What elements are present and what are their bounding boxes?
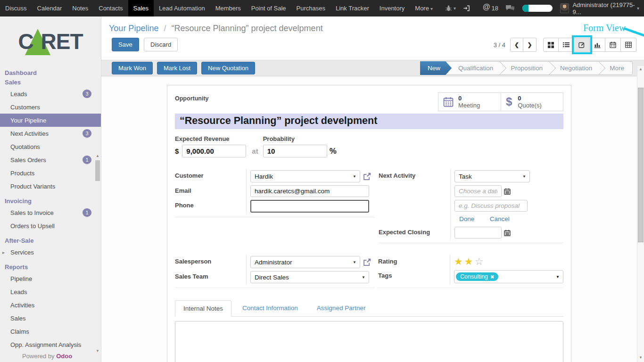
sidebar-heading-dashboard[interactable]: Dashboard	[0, 68, 101, 78]
sidebar-item-services[interactable]: ▸Services	[0, 246, 101, 259]
stage-new[interactable]: New	[420, 61, 452, 75]
sidebar-scrollbar[interactable]: ▲ ▼	[95, 153, 100, 354]
calendar-icon[interactable]	[504, 230, 511, 236]
rating-stars[interactable]: ★ ★ ☆	[454, 256, 485, 267]
stage-proposition[interactable]: Proposition	[501, 62, 551, 74]
breadcrumb-your-pipeline[interactable]: Your Pipeline	[109, 24, 158, 33]
mentions-counter[interactable]: @ 18	[477, 3, 498, 14]
tags-select[interactable]: Consulting ✖ ▼	[454, 270, 563, 283]
nav-calendar[interactable]: Calendar	[32, 0, 67, 16]
nav-lead-automation[interactable]: Lead Automation	[154, 0, 210, 16]
activity-done-link[interactable]: Done	[459, 215, 474, 222]
stage-qualification[interactable]: Qualification	[449, 62, 501, 74]
next-activity-select[interactable]: Task ▼	[454, 170, 530, 182]
activity-summary-input[interactable]	[454, 200, 528, 212]
nav-contacts[interactable]: Contacts	[93, 0, 128, 16]
sidebar-item-customers[interactable]: Customers	[0, 100, 101, 114]
tab-assigned-partner[interactable]: Assigned Partner	[309, 300, 374, 316]
nav-members[interactable]: Members	[210, 0, 246, 16]
opportunity-title-input[interactable]: “Resource Planning” project develpment	[175, 114, 563, 129]
star-empty-icon[interactable]: ☆	[475, 256, 485, 267]
external-link-icon[interactable]	[363, 258, 371, 266]
discard-button[interactable]: Discard	[144, 38, 178, 51]
nav-purchases[interactable]: Purchases	[291, 0, 330, 16]
kanban-view-button[interactable]	[543, 38, 559, 52]
quotes-stat-button[interactable]: $ 0 Quote(s)	[501, 93, 563, 111]
debug-menu[interactable]: ▾	[445, 5, 456, 12]
graph-view-button[interactable]	[590, 38, 605, 52]
main-scrollbar[interactable]: ▲ ▼	[637, 66, 644, 362]
expand-caret-icon[interactable]: ▸	[2, 250, 5, 255]
sidebar-item-quotations[interactable]: Quotations	[0, 140, 101, 153]
internal-notes-textarea[interactable]	[175, 321, 563, 362]
sidebar-scrollbar-thumb[interactable]	[95, 160, 100, 181]
mark-lost-button[interactable]: Mark Lost	[157, 62, 197, 74]
sales-team-select[interactable]: Direct Sales ▼	[250, 271, 369, 283]
stage-negotiation[interactable]: Negotiation	[551, 62, 600, 74]
tab-contact-information[interactable]: Contact Information	[234, 300, 306, 316]
sidebar-heading-after-sale[interactable]: After-Sale	[0, 236, 101, 246]
remove-tag-icon[interactable]: ✖	[490, 274, 494, 280]
probability-input[interactable]	[263, 145, 327, 157]
sidebar-item-products[interactable]: Products	[0, 166, 101, 180]
activity-date-input[interactable]	[454, 185, 502, 197]
pivot-view-button[interactable]	[621, 38, 636, 52]
email-input[interactable]	[250, 185, 369, 197]
statusbar: Mark Won Mark Lost New Quotation New Qua…	[101, 60, 644, 76]
external-link-icon[interactable]	[363, 173, 371, 181]
expected-revenue-input[interactable]	[182, 145, 246, 157]
nav-point-of-sale[interactable]: Point of Sale	[246, 0, 291, 16]
star-filled-icon[interactable]: ★	[464, 256, 475, 267]
sidebar-item-leads[interactable]: Leads3	[0, 87, 101, 100]
nav-discuss[interactable]: Discuss	[0, 0, 32, 16]
sidebar-item-report-leads[interactable]: Leads	[0, 285, 101, 298]
company-logo[interactable]: C RET	[0, 16, 101, 66]
tab-internal-notes[interactable]: Internal Notes	[175, 300, 231, 317]
pager-next-button[interactable]: ❯	[523, 38, 537, 52]
nav-inventory[interactable]: Inventory	[374, 0, 410, 16]
user-avatar[interactable]	[560, 3, 569, 13]
sidebar-item-report-sales[interactable]: Sales	[0, 312, 101, 325]
calendar-view-button[interactable]	[605, 38, 621, 52]
nav-link-tracker[interactable]: Link Tracker	[330, 0, 374, 16]
calendar-icon[interactable]	[504, 188, 511, 195]
sidebar-item-product-variants[interactable]: Product Variants	[0, 180, 101, 193]
sidebar-item-opp-assignment-analysis[interactable]: Opp. Assignment Analysis	[0, 338, 101, 351]
list-view-button[interactable]	[559, 38, 574, 52]
scroll-up-icon[interactable]: ▲	[637, 66, 644, 73]
sidebar-heading-invoicing[interactable]: Invoicing	[0, 197, 101, 206]
sidebar-item-report-pipeline[interactable]: Pipeline	[0, 272, 101, 285]
expected-closing-input[interactable]	[454, 227, 502, 239]
customer-select[interactable]: Hardik ▼	[250, 170, 360, 182]
main-scrollbar-thumb[interactable]	[638, 88, 644, 242]
form-view-button[interactable]	[574, 38, 590, 52]
sidebar-heading-sales[interactable]: Sales	[0, 78, 101, 87]
activity-cancel-link[interactable]: Cancel	[490, 215, 510, 222]
sidebar-item-report-claims[interactable]: Claims	[0, 325, 101, 338]
scroll-down-icon[interactable]: ▼	[637, 354, 644, 361]
star-filled-icon[interactable]: ★	[454, 256, 464, 267]
sidebar-item-next-activities[interactable]: Next Activities3	[0, 127, 101, 140]
salesperson-select[interactable]: Administrator ▼	[250, 256, 360, 268]
nav-notes[interactable]: Notes	[67, 0, 93, 16]
user-menu[interactable]: Administrator (219775-9... ▾	[572, 1, 639, 16]
nav-more[interactable]: More▾	[410, 0, 438, 16]
sign-in-icon[interactable]	[463, 5, 470, 12]
mark-won-button[interactable]: Mark Won	[112, 62, 153, 74]
phone-input[interactable]	[250, 200, 369, 213]
sidebar-item-sales-orders[interactable]: Sales Orders1	[0, 153, 101, 166]
sidebar-item-your-pipeline[interactable]: Your Pipeline	[0, 114, 101, 127]
meetings-stat-button[interactable]: 0 Meeting	[438, 93, 501, 111]
sidebar-item-orders-to-upsell[interactable]: Orders to Upsell	[0, 219, 101, 232]
scroll-up-icon[interactable]: ▲	[95, 153, 100, 159]
sidebar-heading-reports[interactable]: Reports	[0, 263, 101, 272]
sidebar-item-sales-to-invoice[interactable]: Sales to Invoice1	[0, 206, 101, 219]
new-quotation-button[interactable]: New Quotation	[201, 62, 255, 74]
messages-icon[interactable]	[505, 5, 515, 12]
nav-sales[interactable]: Sales	[128, 0, 154, 16]
sidebar-item-report-activities[interactable]: Activities	[0, 298, 101, 312]
scroll-down-icon[interactable]: ▼	[95, 348, 100, 354]
save-button[interactable]: Save	[112, 38, 139, 51]
pager-previous-button[interactable]: ❮	[510, 38, 523, 52]
odoo-brand-link[interactable]: Odoo	[56, 353, 72, 360]
